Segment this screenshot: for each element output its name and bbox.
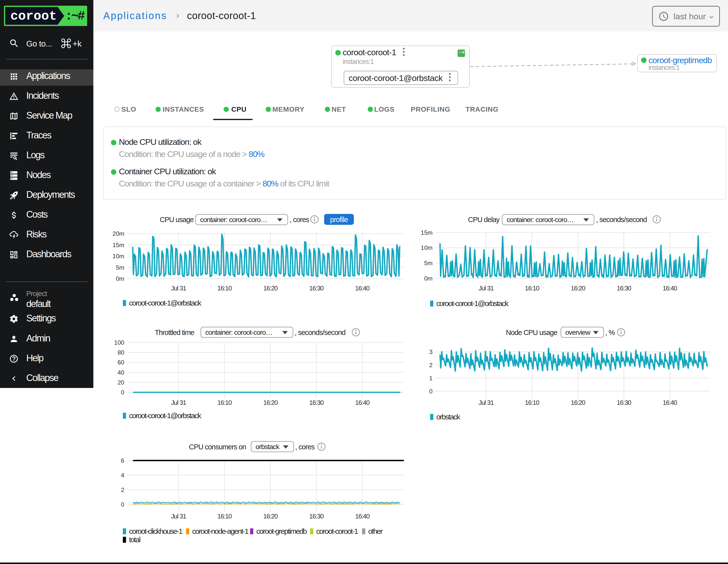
svg-text:16:20: 16:20 [263, 399, 278, 406]
svg-text:4: 4 [121, 472, 124, 479]
svg-text:coroot-coroot-1@orbstack: coroot-coroot-1@orbstack [129, 299, 202, 307]
svg-text:16:40: 16:40 [355, 399, 370, 406]
svg-text:6: 6 [121, 457, 124, 464]
svg-text:coroot-clickhouse-1: coroot-clickhouse-1 [129, 527, 182, 535]
svg-text:16:40: 16:40 [355, 284, 370, 292]
svg-text:20m: 20m [112, 230, 124, 237]
svg-text:40: 40 [118, 369, 124, 376]
svg-text:CPU delay: CPU delay [468, 216, 500, 224]
svg-text:profile: profile [330, 216, 348, 224]
svg-text:, cores: , cores [295, 443, 315, 451]
svg-text:16:10: 16:10 [217, 513, 232, 520]
svg-text:1: 1 [429, 375, 433, 382]
svg-text:16:30: 16:30 [309, 513, 324, 520]
svg-text:3: 3 [429, 349, 433, 355]
svg-text:, seconds/second: , seconds/second [596, 216, 647, 224]
svg-text:16:10: 16:10 [525, 399, 540, 406]
svg-text:Jul 31: Jul 31 [171, 513, 186, 520]
svg-text:5m: 5m [424, 260, 433, 266]
svg-text:5m: 5m [116, 264, 124, 271]
svg-text:Jul 31: Jul 31 [479, 399, 494, 406]
svg-text:15m: 15m [112, 242, 124, 248]
svg-text:CPU usage: CPU usage [160, 216, 194, 224]
svg-text:16:20: 16:20 [571, 399, 585, 406]
svg-text:Jul 31: Jul 31 [171, 399, 186, 406]
svg-text:16:20: 16:20 [571, 284, 585, 292]
svg-text:Jul 31: Jul 31 [171, 284, 186, 292]
svg-text:80: 80 [118, 349, 124, 356]
svg-text:16:10: 16:10 [525, 284, 540, 292]
svg-text:16:30: 16:30 [309, 399, 324, 406]
svg-text:coroot-coroot-1: coroot-coroot-1 [316, 527, 358, 535]
svg-text:other: other [368, 527, 383, 535]
svg-text:10m: 10m [112, 253, 124, 259]
svg-text:, %: , % [605, 329, 615, 336]
svg-text:0: 0 [121, 389, 124, 396]
svg-text:100: 100 [114, 339, 124, 346]
svg-text:0: 0 [121, 501, 124, 508]
svg-text:coroot-node-agent-1: coroot-node-agent-1 [192, 527, 249, 535]
svg-text:16:30: 16:30 [617, 399, 631, 406]
svg-text:Throttled time: Throttled time [155, 329, 194, 336]
svg-text:orbstack: orbstack [256, 443, 280, 451]
svg-text:coroot-greptimedb: coroot-greptimedb [256, 527, 307, 535]
svg-text:0: 0 [429, 388, 433, 395]
svg-text:, cores: , cores [290, 216, 309, 224]
svg-text:16:10: 16:10 [217, 399, 232, 406]
svg-text:, seconds/second: , seconds/second [295, 329, 345, 336]
svg-text:Node CPU usage: Node CPU usage [506, 329, 557, 336]
svg-text:CPU consumers on: CPU consumers on [189, 443, 246, 451]
svg-text:0m: 0m [116, 275, 124, 282]
svg-text:16:40: 16:40 [355, 513, 370, 520]
svg-text:container: coroot-coro…: container: coroot-coro… [200, 216, 267, 224]
svg-text:container: coroot-coro…: container: coroot-coro… [507, 216, 573, 224]
svg-text:16:10: 16:10 [217, 284, 232, 292]
svg-text:60: 60 [118, 359, 124, 366]
svg-text:orbstack: orbstack [436, 413, 461, 421]
svg-text:coroot-coroot-1@orbstack: coroot-coroot-1@orbstack [436, 299, 509, 308]
svg-text:16:40: 16:40 [663, 399, 677, 406]
svg-text:0m: 0m [424, 275, 433, 282]
svg-text:total: total [129, 536, 140, 544]
svg-text:Jul 31: Jul 31 [479, 284, 494, 292]
svg-text:16:20: 16:20 [263, 513, 278, 520]
svg-text:coroot-coroot-1@orbstack: coroot-coroot-1@orbstack [129, 411, 202, 420]
svg-text:16:30: 16:30 [309, 284, 324, 292]
svg-text:container: coroot-coro…: container: coroot-coro… [205, 329, 272, 336]
svg-text:15m: 15m [421, 229, 433, 236]
svg-text:16:30: 16:30 [617, 284, 631, 292]
svg-text:2: 2 [121, 487, 124, 493]
svg-text:20: 20 [118, 379, 124, 386]
svg-text:16:20: 16:20 [263, 284, 278, 292]
svg-text:2: 2 [429, 362, 433, 368]
svg-text:10m: 10m [421, 244, 433, 251]
svg-text:overview: overview [565, 329, 591, 336]
svg-text:16:40: 16:40 [663, 284, 677, 292]
